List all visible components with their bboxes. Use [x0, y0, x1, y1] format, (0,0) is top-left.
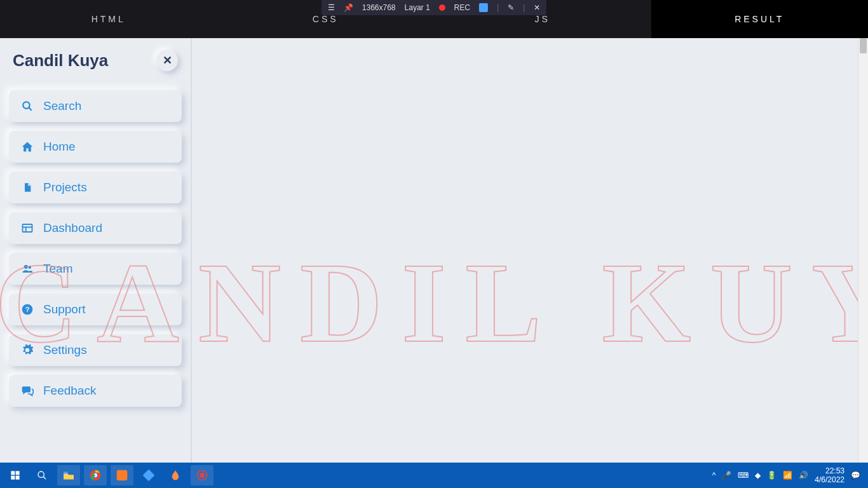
tray-volume-icon[interactable]: 🔊: [799, 471, 808, 480]
sidebar-item-support[interactable]: ? Support: [9, 294, 182, 325]
brand-title: Candil Kuya: [13, 51, 108, 71]
sidebar-item-label: Search: [43, 99, 81, 113]
menu-icon[interactable]: ☰: [328, 3, 335, 12]
layer-label: Layar 1: [405, 3, 430, 12]
sidebar-item-label: Support: [43, 302, 86, 316]
dashboard-icon: [20, 221, 34, 235]
separator: |: [497, 3, 499, 12]
stop-icon[interactable]: [479, 3, 488, 12]
chat-icon: [20, 384, 34, 398]
resolution-label: 868x488: [362, 3, 396, 12]
tab-result[interactable]: RESULT: [651, 0, 869, 38]
sidebar-close-button[interactable]: ✕: [156, 50, 178, 71]
clock-time: 22:53: [815, 466, 844, 475]
taskbar-clock[interactable]: 22:53 4/6/2022: [815, 466, 844, 485]
tray-keyboard-icon[interactable]: ⌨: [738, 471, 749, 480]
svg-rect-2: [23, 224, 32, 232]
taskbar-app-generic1[interactable]: [137, 465, 160, 485]
sidebar-item-label: Team: [43, 262, 72, 276]
tray-mic-icon[interactable]: 🎤: [722, 471, 731, 480]
sidebar-item-label: Settings: [43, 343, 87, 357]
taskbar-app-explorer[interactable]: [57, 465, 80, 485]
support-icon: ?: [20, 302, 34, 316]
sidebar-item-settings[interactable]: Settings: [9, 334, 182, 366]
clock-date: 4/6/2022: [815, 475, 844, 484]
sidebar-item-label: Feedback: [43, 384, 96, 398]
svg-rect-10: [16, 471, 20, 475]
sidebar-item-feedback[interactable]: Feedback: [9, 375, 182, 407]
sidebar-header: Candil Kuya ✕: [9, 50, 182, 71]
sidebar-item-label: Dashboard: [43, 221, 102, 235]
sidebar-item-label: Home: [43, 140, 76, 154]
result-preview-area: Candil Kuya ✕ Search Home Projects: [0, 38, 868, 488]
search-taskbar-icon[interactable]: [31, 465, 53, 485]
sidebar-item-projects[interactable]: Projects: [9, 172, 182, 203]
home-icon: [20, 140, 34, 154]
svg-point-22: [200, 473, 205, 478]
tray-chevron-icon[interactable]: ^: [712, 471, 716, 480]
svg-line-1: [29, 107, 32, 111]
gear-icon: [20, 343, 34, 357]
svg-point-0: [23, 102, 30, 109]
close-recorder-icon[interactable]: ✕: [534, 3, 540, 12]
file-icon: [20, 180, 34, 194]
start-button[interactable]: [4, 465, 27, 485]
screen-recorder-bar: ☰ 📌 868x488 Layar 1 REC | ✎ | ✕: [322, 0, 546, 15]
svg-rect-19: [117, 470, 128, 481]
tray-app-icon[interactable]: ◆: [755, 471, 761, 480]
rec-label: REC: [454, 3, 470, 12]
taskbar-app-xampp[interactable]: [111, 465, 133, 485]
windows-taskbar: ^ 🎤 ⌨ ◆ 🔋 📶 🔊 22:53 4/6/2022 💬: [0, 463, 868, 488]
separator: |: [523, 3, 525, 12]
svg-point-6: [29, 266, 32, 269]
sidebar-item-search[interactable]: Search: [9, 90, 182, 122]
sidebar: Candil Kuya ✕ Search Home Projects: [0, 38, 191, 463]
sidebar-item-team[interactable]: Team: [9, 253, 182, 285]
search-icon: [20, 99, 34, 113]
sidebar-item-dashboard[interactable]: Dashboard: [9, 212, 182, 244]
pin-icon[interactable]: 📌: [344, 3, 353, 12]
tray-notifications-icon[interactable]: 💬: [851, 471, 860, 480]
vertical-scrollbar[interactable]: [858, 38, 868, 463]
svg-point-13: [38, 471, 44, 477]
sidebar-item-home[interactable]: Home: [9, 131, 182, 163]
scrollbar-thumb[interactable]: [860, 38, 867, 53]
svg-rect-9: [11, 471, 15, 475]
main-content: CANDIL KUYA: [191, 38, 868, 463]
svg-point-5: [24, 265, 28, 269]
svg-rect-20: [143, 470, 155, 482]
svg-rect-11: [11, 476, 15, 480]
tray-battery-icon[interactable]: 🔋: [767, 471, 776, 480]
tray-wifi-icon[interactable]: 📶: [783, 471, 792, 480]
svg-rect-12: [16, 476, 20, 480]
team-icon: [20, 262, 34, 276]
svg-text:?: ?: [25, 305, 29, 313]
taskbar-app-chrome[interactable]: [84, 465, 107, 485]
sidebar-item-label: Projects: [43, 180, 87, 194]
tab-html[interactable]: HTML: [0, 0, 217, 38]
svg-line-14: [43, 477, 46, 479]
edit-icon[interactable]: ✎: [508, 3, 514, 12]
taskbar-app-paint[interactable]: [164, 465, 187, 485]
record-dot-icon: [439, 4, 445, 11]
system-tray: ^ 🎤 ⌨ ◆ 🔋 📶 🔊 22:53 4/6/2022 💬: [712, 466, 864, 485]
taskbar-app-recorder[interactable]: [191, 465, 214, 485]
close-icon: ✕: [163, 53, 172, 67]
svg-rect-15: [64, 471, 67, 473]
